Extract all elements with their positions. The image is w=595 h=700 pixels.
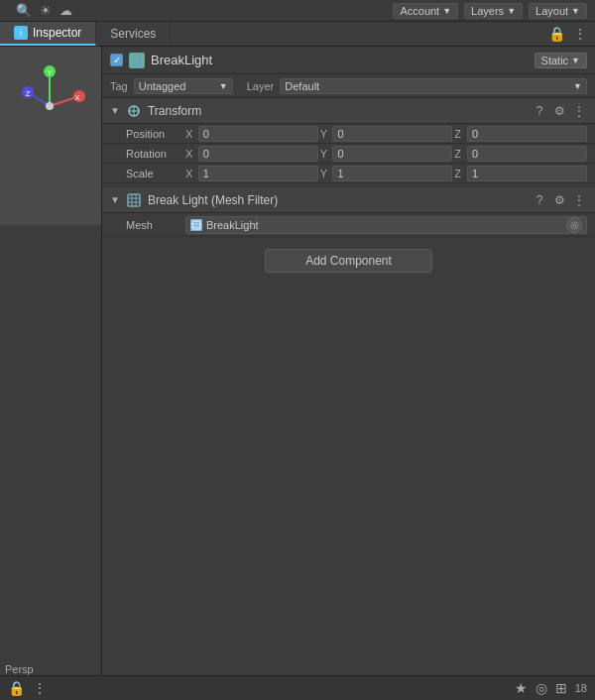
position-x-letter: X (185, 128, 196, 140)
transform-settings-btn[interactable]: ⚙ (551, 103, 567, 119)
static-button[interactable]: Static ▼ (535, 53, 587, 68)
scale-x-input[interactable]: 1 (198, 166, 318, 181)
mesh-filter-title: Break Light (Mesh Filter) (148, 193, 526, 207)
transform-help-btn[interactable]: ? (532, 103, 547, 119)
transform-icon (126, 103, 142, 119)
svg-point-9 (46, 102, 54, 110)
bottom-bar: 🔒 ⋮ ★ ◎ ⊞ 18 (0, 675, 595, 700)
account-dropdown-arrow: ▼ (442, 6, 451, 16)
rotation-z-input[interactable]: 0 (467, 146, 587, 162)
scale-xyz: X 1 Y 1 Z 1 (185, 166, 587, 181)
layer-value: Default (285, 80, 319, 92)
layout-button[interactable]: Layout ▼ (529, 3, 587, 19)
position-z-field: Z 0 (454, 126, 587, 142)
position-x-input[interactable]: 0 (198, 126, 318, 142)
persp-label: Persp (5, 663, 34, 675)
svg-text:Y: Y (47, 68, 53, 77)
rotation-x-input[interactable]: 0 (198, 146, 318, 162)
transform-header[interactable]: ▼ Transform ? ⚙ ⋮ (102, 98, 595, 124)
position-y-input[interactable]: 0 (332, 126, 452, 142)
layers-bottom-icon[interactable]: ⊞ (555, 680, 567, 696)
inspector-tab-label: Inspector (33, 26, 81, 40)
tag-dropdown-arrow: ▼ (219, 81, 228, 91)
layout-dropdown-arrow: ▼ (571, 6, 580, 16)
tab-bar: i Inspector Services 🔒 ⋮ (0, 22, 595, 47)
object-icon (129, 53, 145, 68)
rotation-x-letter: X (185, 148, 196, 160)
scale-y-letter: Y (320, 168, 331, 179)
more-options-icon[interactable]: ⋮ (571, 25, 589, 43)
tag-layer-row: Tag Untagged ▼ Layer Default ▼ (102, 74, 595, 98)
rotation-xyz: X 0 Y 0 Z 0 (185, 146, 587, 162)
transform-actions: ? ⚙ ⋮ (532, 103, 587, 119)
mesh-filter-icon (126, 192, 142, 208)
mesh-filter-help-btn[interactable]: ? (532, 192, 547, 208)
viewport-panel: X Y Z Persp (0, 47, 102, 675)
services-tab-label: Services (110, 27, 156, 41)
mesh-field-label: Mesh (126, 219, 185, 231)
rotation-row: Rotation X 0 Y 0 Z 0 (102, 144, 595, 164)
cloud-icon[interactable]: ☁ (60, 3, 72, 18)
transform-menu-btn[interactable]: ⋮ (571, 103, 587, 119)
position-z-input[interactable]: 0 (467, 126, 587, 142)
rotation-z-field: Z 0 (454, 146, 587, 162)
scale-z-letter: Z (454, 168, 465, 179)
mesh-target-button[interactable]: ◎ (566, 217, 582, 233)
mesh-row: Mesh BreakLight ◎ (102, 213, 595, 237)
inspector-icon: i (14, 26, 28, 40)
tag-select[interactable]: Untagged ▼ (134, 78, 233, 94)
scale-y-input[interactable]: 1 (332, 166, 452, 181)
mesh-filter-settings-btn[interactable]: ⚙ (551, 192, 567, 208)
scale-y-field: Y 1 (320, 166, 453, 181)
sun-icon[interactable]: ☀ (40, 3, 52, 18)
tag-label: Tag (110, 80, 128, 92)
static-label: Static (541, 55, 569, 66)
layers-label: Layers (471, 5, 504, 17)
svg-rect-21 (192, 221, 200, 229)
search-icon[interactable]: 🔍 (16, 3, 32, 18)
mesh-filter-menu-btn[interactable]: ⋮ (571, 192, 587, 208)
rotation-z-letter: Z (454, 148, 465, 160)
layers-button[interactable]: Layers ▼ (464, 3, 523, 19)
tab-inspector[interactable]: i Inspector (0, 22, 96, 46)
transform-collapse-icon: ▼ (110, 105, 120, 116)
mesh-filter-header[interactable]: ▼ Break Light (Mesh Filter) ? ⚙ ⋮ (102, 187, 595, 213)
svg-text:Z: Z (26, 89, 31, 98)
star-bottom-icon[interactable]: ★ (515, 680, 528, 696)
main-area: X Y Z Persp ✓ (0, 47, 595, 675)
svg-text:X: X (74, 93, 80, 102)
rotation-x-field: X 0 (185, 146, 318, 162)
mesh-filter-actions: ? ⚙ ⋮ (532, 192, 587, 208)
bottom-count: 18 (575, 682, 587, 694)
rotation-y-input[interactable]: 0 (332, 146, 452, 162)
menu-bottom-icon[interactable]: ⋮ (33, 680, 47, 696)
rotation-y-field: Y 0 (320, 146, 453, 162)
tab-services[interactable]: Services (96, 22, 171, 46)
gizmo-svg: X Y Z (5, 57, 94, 146)
scale-x-letter: X (185, 168, 196, 179)
3d-viewport[interactable]: X Y Z (0, 47, 101, 225)
position-y-letter: Y (320, 128, 331, 140)
layout-label: Layout (536, 5, 568, 17)
account-button[interactable]: Account ▼ (393, 3, 458, 19)
lock-bottom-icon[interactable]: 🔒 (8, 680, 25, 696)
lock-tab-icon[interactable]: 🔒 (547, 25, 565, 43)
mesh-value-container: BreakLight ◎ (185, 216, 587, 234)
tag-value: Untagged (139, 80, 186, 92)
position-row: Position X 0 Y 0 Z 0 (102, 124, 595, 144)
position-y-field: Y 0 (320, 126, 453, 142)
mesh-value-name: BreakLight (206, 219, 562, 231)
top-bar: 🔍 ☀ ☁ Account ▼ Layers ▼ Layout ▼ (0, 0, 595, 22)
rotation-label: Rotation (126, 148, 185, 160)
transform-title: Transform (148, 104, 526, 118)
active-checkbox[interactable]: ✓ (110, 54, 123, 66)
layer-select[interactable]: Default ▼ (280, 78, 587, 94)
mesh-filter-collapse-icon: ▼ (110, 194, 120, 205)
position-x-field: X 0 (185, 126, 318, 142)
scale-z-input[interactable]: 1 (467, 166, 587, 181)
layers-dropdown-arrow: ▼ (507, 6, 516, 16)
static-dropdown-arrow: ▼ (571, 56, 580, 65)
add-component-button[interactable]: Add Component (265, 249, 432, 273)
scale-label: Scale (126, 168, 185, 179)
target-bottom-icon[interactable]: ◎ (536, 680, 547, 696)
